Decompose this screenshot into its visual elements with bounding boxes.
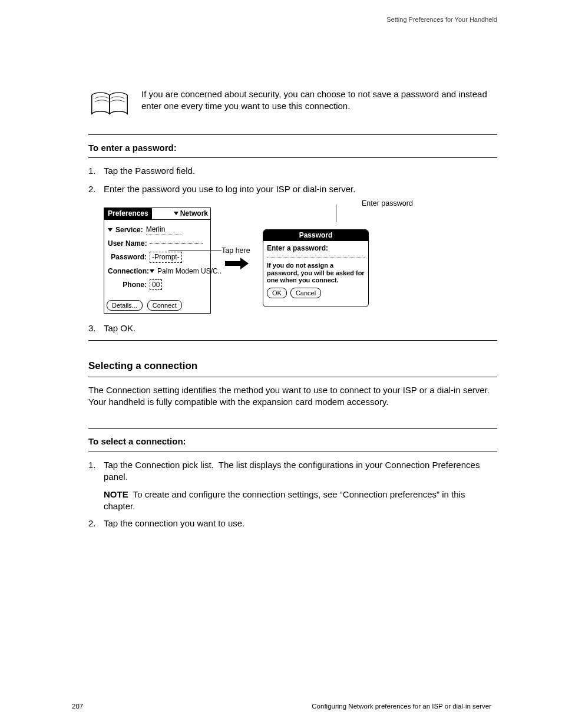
open-book-icon <box>88 88 131 121</box>
rule <box>88 340 497 341</box>
connect-button[interactable]: Connect <box>147 300 182 311</box>
connection-row[interactable]: Connection: Palm Modem US/C.. <box>108 266 207 276</box>
callout-tap-here: Tap here <box>222 246 263 256</box>
step-2: Enter the password you use to log into y… <box>88 183 497 195</box>
footer-right: Configuring Network preferences for an I… <box>312 702 491 711</box>
note-label: NOTE <box>104 489 128 499</box>
username-label: User Name: <box>108 239 147 248</box>
body-selecting-connection: The Connection setting identifies the me… <box>88 384 497 409</box>
service-value: Merlin <box>146 225 181 235</box>
prefs-category-picker[interactable]: Network <box>171 208 210 219</box>
connection-label: Connection: <box>108 266 147 276</box>
diagram: Preferences Network Service: Merlin User… <box>104 205 497 317</box>
rule <box>88 157 497 158</box>
step-2b: Tap the connection you want to use. <box>88 518 497 529</box>
chevron-down-icon <box>108 228 113 232</box>
chevron-down-icon <box>150 269 154 273</box>
note-body: To create and configure the connection s… <box>104 489 465 511</box>
password-prompt: Enter a password: <box>267 243 365 253</box>
footer: 207 Configuring Network preferences for … <box>0 702 562 711</box>
ok-button[interactable]: OK <box>267 288 287 298</box>
heading-selecting-connection: Selecting a connection <box>88 360 497 373</box>
password-field[interactable]: -Prompt- <box>150 252 182 262</box>
heading-select-connection: To select a connection: <box>88 436 497 447</box>
steps-select-connection: Tap the Connection pick list. The list d… <box>88 459 497 483</box>
username-field[interactable] <box>150 243 203 244</box>
step-1: Tap the Password field. <box>88 165 497 177</box>
rule <box>88 377 497 377</box>
arrow-right-icon <box>225 259 249 268</box>
chevron-down-icon <box>174 212 178 215</box>
password-hint: If you do not assign a password, you wil… <box>267 262 365 284</box>
step-3: Tap OK. <box>88 322 497 334</box>
page: Setting Preferences for Your Handheld If… <box>0 0 562 728</box>
password-dialog-title: Password <box>263 230 368 241</box>
heading-enter-password: To enter a password: <box>88 142 497 154</box>
service-label: Service: <box>115 225 143 235</box>
password-dialog: Password Enter a password: If you do not… <box>263 229 369 307</box>
page-number: 207 <box>72 702 83 711</box>
step-1b: Tap the Connection pick list. The list d… <box>88 459 497 483</box>
preferences-panel: Preferences Network Service: Merlin User… <box>104 207 211 314</box>
steps-enter-password: Tap the Password field. Enter the passwo… <box>88 165 497 195</box>
rule <box>88 452 497 452</box>
password-input[interactable] <box>267 258 365 258</box>
tip-block: If you are concerned about security, you… <box>88 88 497 121</box>
service-row[interactable]: Service: Merlin <box>108 225 207 235</box>
rule <box>88 428 497 429</box>
connection-value: Palm Modem US/C.. <box>157 266 222 276</box>
password-label: Password: <box>108 252 147 262</box>
details-button[interactable]: Details... <box>107 300 143 311</box>
cancel-button[interactable]: Cancel <box>290 288 321 298</box>
rule <box>88 134 497 135</box>
prefs-category-label: Network <box>180 209 208 218</box>
running-head: Setting Preferences for Your Handheld <box>386 15 497 24</box>
prefs-title-left: Preferences <box>104 208 152 219</box>
phone-label: Phone: <box>108 280 147 289</box>
tip-text: If you are concerned about security, you… <box>141 88 497 113</box>
callout-enter-password: Enter password <box>362 199 450 209</box>
note: NOTE To create and configure the connect… <box>104 489 497 513</box>
phone-field[interactable]: 00 <box>150 279 162 290</box>
